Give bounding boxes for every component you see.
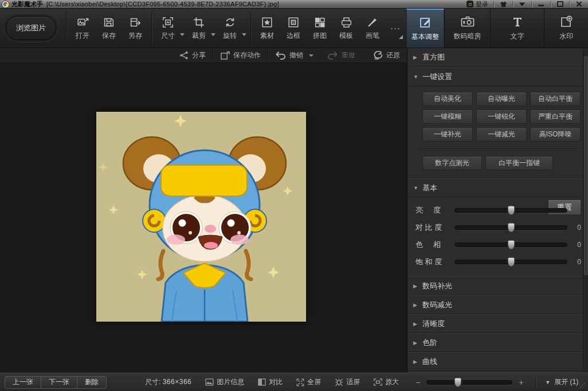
darkroom-camera-icon [460, 15, 475, 29]
saturation-slider[interactable] [454, 260, 567, 264]
fit-screen-label: 适屏 [346, 377, 360, 387]
save-icon [103, 16, 115, 29]
collapse-arrow-icon: ▶ [413, 321, 422, 327]
section-curves[interactable]: ▶ 曲线 [407, 352, 588, 371]
slider-thumb[interactable] [507, 206, 515, 216]
auto-exposure-button[interactable]: 自动曝光 [476, 92, 527, 106]
rotate-button[interactable]: 旋转 [217, 13, 243, 44]
save-action-button[interactable]: 保存动作 [213, 48, 268, 62]
saturation-value: 0 [573, 258, 581, 266]
frame-button[interactable]: 边框 [280, 13, 307, 44]
section-levels[interactable]: ▶ 色阶 [407, 333, 588, 352]
slider-thumb[interactable] [507, 240, 515, 250]
fullscreen-button[interactable]: 全屏 [296, 377, 321, 387]
tab-basic-adjust[interactable]: 基本调整 [406, 9, 444, 48]
section-clarity[interactable]: ▶ 清晰度 [407, 314, 588, 333]
previous-image-button[interactable]: 上一张 [5, 376, 41, 389]
material-button[interactable]: 素材 [254, 13, 280, 44]
panel-scrollbar-thumb[interactable] [584, 56, 588, 275]
main-toolbar: 浏览图片 打开 保存 另存 尺寸 裁剪 旋转 [0, 9, 588, 48]
hue-slider[interactable] [454, 243, 567, 247]
size-label: 尺寸: [145, 378, 160, 386]
browse-images-button[interactable]: 浏览图片 [6, 16, 56, 40]
white-balance-picker-button[interactable]: 白平衡一指键 [485, 156, 553, 170]
section-basic-label: 基本 [422, 183, 437, 193]
high-iso-denoise-button[interactable]: 高ISO降噪 [530, 127, 581, 142]
share-label: 分享 [192, 50, 206, 60]
redo-button[interactable]: 重做 [320, 48, 362, 62]
template-icon [340, 16, 353, 29]
undo-button[interactable]: 撤销 [268, 48, 320, 62]
spot-metering-button[interactable]: 数字点测光 [422, 156, 482, 170]
restore-button[interactable]: 还原 [366, 48, 407, 62]
one-key-dim-light-button[interactable]: 一键减光 [476, 127, 527, 142]
adjustment-panel: ▶ 直方图 ▼ 一键设置 自动美化 自动曝光 自动白平衡 一键模糊 一键锐化 严… [407, 48, 588, 373]
main-menu-button[interactable] [513, 0, 531, 8]
toolbar-separator [66, 13, 66, 44]
tab-digital-darkroom[interactable]: 数码暗房 [444, 9, 490, 48]
close-button[interactable] [570, 0, 588, 8]
resize-button[interactable]: 尺寸 [155, 13, 181, 44]
section-basic[interactable]: ▼ 基本 [407, 178, 588, 197]
zoom-out-button[interactable]: − [414, 378, 422, 387]
template-button[interactable]: 模板 [333, 13, 359, 44]
resize-grip[interactable] [579, 382, 586, 389]
application-window: 光影魔术手 [C:\Users\xiaobei\Desktop\{CCD3F09… [0, 0, 588, 391]
collapse-arrow-icon: ▶ [413, 359, 422, 365]
save-button[interactable]: 保存 [96, 13, 122, 44]
original-size-icon [374, 378, 382, 386]
section-digital-fill-light[interactable]: ▶ 数码补光 [407, 276, 588, 295]
zoom-slider-thumb[interactable] [454, 377, 461, 387]
navigation-button-group: 上一张 下一张 删除 [5, 376, 106, 389]
auto-beautify-button[interactable]: 自动美化 [422, 92, 473, 106]
section-onekey-settings[interactable]: ▼ 一键设置 [407, 67, 588, 86]
collage-button[interactable]: 拼图 [307, 13, 333, 44]
expand-panel-button[interactable]: ▼ 展开 (1) [545, 377, 578, 387]
compare-button[interactable]: 对比 [258, 377, 283, 387]
save-label: 保存 [102, 31, 116, 41]
zoom-slider[interactable] [426, 380, 512, 385]
redo-icon [327, 51, 338, 60]
minimize-button[interactable] [532, 0, 550, 8]
one-key-fill-light-button[interactable]: 一键补光 [422, 127, 473, 142]
resize-icon [162, 16, 174, 29]
severe-white-balance-button[interactable]: 严重白平衡 [530, 110, 581, 124]
tab-watermark[interactable]: 水印 [544, 9, 588, 48]
hue-value: 0 [573, 241, 581, 249]
slider-thumb[interactable] [507, 257, 515, 267]
skin-button[interactable] [494, 0, 512, 8]
slider-thumb[interactable] [507, 223, 515, 233]
image-info-button[interactable]: 图片信息 [205, 377, 244, 387]
section-digital-dim-light[interactable]: ▶ 数码减光 [407, 295, 588, 314]
contrast-value: 0 [573, 224, 581, 232]
share-button[interactable]: 分享 [172, 48, 213, 62]
one-key-sharpen-button[interactable]: 一键锐化 [476, 110, 527, 124]
compare-label: 对比 [269, 377, 283, 387]
next-image-button[interactable]: 下一张 [41, 376, 77, 389]
open-button[interactable]: 打开 [69, 13, 96, 44]
saturation-slider-row: 饱 和 度 0 [415, 253, 581, 271]
original-size-label: 原大 [385, 377, 399, 387]
more-tools-button[interactable]: ··· [386, 13, 405, 44]
original-size-button[interactable]: 原大 [374, 377, 399, 387]
brush-button[interactable]: 画笔 [359, 13, 386, 44]
save-as-button[interactable]: 另存 [122, 13, 148, 44]
fit-screen-button[interactable]: 适屏 [335, 377, 360, 387]
expand-arrow-icon: ▼ [413, 74, 422, 80]
restore-icon [373, 51, 383, 60]
brightness-slider[interactable] [454, 208, 567, 213]
restore-label: 还原 [386, 50, 400, 60]
delete-image-button[interactable]: 删除 [77, 376, 107, 389]
panel-scrollbar[interactable] [583, 48, 588, 373]
contrast-slider[interactable] [454, 225, 567, 230]
image-size-info: 尺寸: 366×366 [145, 377, 191, 387]
login-button[interactable]: 登录 [461, 0, 493, 8]
auto-white-balance-button[interactable]: 自动白平衡 [530, 92, 581, 106]
zoom-in-button[interactable]: + [517, 378, 525, 387]
crop-button[interactable]: 裁剪 [186, 13, 212, 44]
one-key-blur-button[interactable]: 一键模糊 [422, 110, 473, 124]
section-histogram[interactable]: ▶ 直方图 [407, 48, 588, 67]
maximize-button[interactable] [551, 0, 569, 8]
tab-text[interactable]: 文字 [490, 9, 544, 48]
watermark-icon [559, 15, 573, 29]
